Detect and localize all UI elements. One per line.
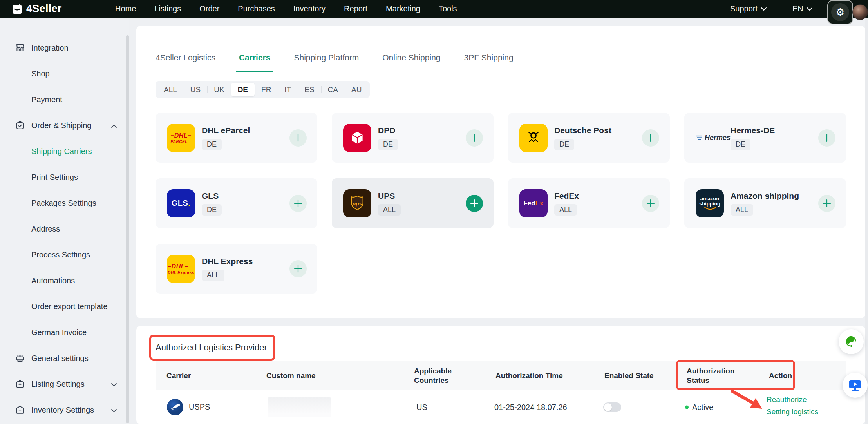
sidebar-item-payment[interactable]: Payment (0, 87, 129, 112)
country-chip-uk[interactable]: UK (207, 83, 231, 96)
nav-item-purchases[interactable]: Purchases (238, 4, 275, 13)
sidebar-item-label: General settings (31, 354, 89, 363)
nav-item-listings[interactable]: Listings (154, 4, 181, 13)
carrier-card-fedex: FedExFedExALL (508, 178, 670, 228)
add-carrier-button[interactable] (818, 195, 835, 212)
chevron-down-icon (111, 406, 117, 415)
add-carrier-button[interactable] (289, 195, 307, 212)
country-chip-ca[interactable]: CA (321, 83, 345, 96)
hermes-logo: Hermes (696, 124, 724, 152)
carrier-card-ups: upsUPSALL (332, 178, 494, 228)
carriers-panel: 4Seller LogisticsCarriersShipping Platfo… (136, 26, 865, 318)
gls-logo: GLS. (167, 189, 195, 217)
country-chip-au[interactable]: AU (345, 83, 368, 96)
nav-item-tools[interactable]: Tools (439, 4, 457, 13)
support-chat-button[interactable] (839, 329, 864, 354)
carrier-grid: –DHL–PARCELDHL eParcelDEDPDDEDeutsche Po… (156, 113, 846, 294)
sidebar-item-shop[interactable]: Shop (0, 61, 129, 87)
country-chip-it[interactable]: IT (278, 83, 298, 96)
sidebar-scrollbar[interactable] (126, 35, 129, 423)
tab-shipping-platform[interactable]: Shipping Platform (294, 53, 359, 72)
amazon-logo: amazonshipping (696, 189, 724, 217)
page-scrollbar[interactable] (865, 18, 868, 424)
sidebar-item-label: Listing Settings (31, 380, 85, 389)
nav-item-marketing[interactable]: Marketing (386, 4, 420, 13)
tab-3pf-shipping[interactable]: 3PF Shipping (464, 53, 514, 72)
plus-icon (294, 134, 302, 142)
sidebar-item-shipping-carriers[interactable]: Shipping Carriers (0, 138, 129, 164)
toggle-knob (604, 403, 612, 411)
add-carrier-button[interactable] (642, 195, 659, 212)
carrier-scope-badge: ALL (202, 270, 224, 281)
carrier-scope-badge: ALL (378, 204, 401, 216)
sidebar-item-process-settings[interactable]: Process Settings (0, 242, 129, 268)
status-label: Active (692, 402, 713, 411)
inventory-box-icon (15, 405, 25, 415)
sidebar-item-integration[interactable]: Integration (0, 35, 129, 61)
deutsche-post-logo (519, 124, 548, 152)
carrier-card-gls: GLS.GLSDE (156, 178, 317, 228)
language-menu[interactable]: EN (792, 0, 812, 18)
sidebar-item-order-shipping[interactable]: Order & Shipping (0, 112, 129, 138)
user-avatar[interactable] (852, 4, 868, 20)
sidebar-item-packages-settings[interactable]: Packages Settings (0, 190, 129, 216)
carrier-name: GLS (202, 191, 222, 201)
nav-item-inventory[interactable]: Inventory (293, 4, 326, 13)
carrier-info: DHL eParcelDE (202, 126, 250, 150)
country-chip-fr[interactable]: FR (255, 83, 278, 96)
brand-logo[interactable]: 4Seller (12, 0, 62, 18)
carrier-name: DHL eParcel (202, 126, 250, 135)
brand-bag-icon (12, 3, 23, 15)
carrier-card-dhl-eparcel: –DHL–PARCELDHL eParcelDE (156, 113, 317, 163)
country-chip-de[interactable]: DE (231, 83, 255, 96)
action-link-setting-logistics[interactable]: Setting logistics (767, 408, 818, 416)
nav-item-report[interactable]: Report (344, 4, 367, 13)
chevron-down-icon (761, 7, 767, 11)
country-chip-es[interactable]: ES (298, 83, 321, 96)
carrier-name: Deutsche Post (554, 126, 611, 135)
sidebar-item-print-settings[interactable]: Print Settings (0, 164, 129, 190)
carrier-scope-badge: DE (202, 204, 222, 216)
svg-text:ups: ups (353, 201, 362, 207)
printer-icon (15, 353, 25, 363)
add-carrier-button[interactable] (642, 129, 659, 147)
support-menu[interactable]: Support (730, 0, 767, 18)
add-carrier-button[interactable] (818, 129, 835, 147)
plus-icon (294, 265, 302, 273)
tab-carriers[interactable]: Carriers (239, 53, 271, 72)
main-nav: HomeListingsOrderPurchasesInventoryRepor… (115, 0, 457, 18)
add-carrier-button[interactable] (466, 195, 483, 212)
nav-item-home[interactable]: Home (115, 4, 136, 13)
carrier-card-dpd: DPDDE (332, 113, 494, 163)
carrier-name: Hermes-DE (731, 126, 775, 135)
sidebar-item-order-export-template[interactable]: Order export template (0, 294, 129, 319)
add-carrier-button[interactable] (289, 260, 307, 277)
sidebar-item-listing-settings[interactable]: Listing Settings (0, 371, 129, 397)
country-chip-us[interactable]: US (184, 83, 207, 96)
action-link-reauthorize[interactable]: Reauthorize (767, 395, 818, 404)
sidebar-item-label: Address (31, 225, 60, 234)
country-filter: ALLUSUKDEFRITESCAAU (156, 81, 370, 98)
settings-button-highlight: ⚙ (827, 0, 853, 24)
add-carrier-button[interactable] (466, 129, 483, 147)
tab-online-shipping[interactable]: Online Shipping (382, 53, 440, 72)
status-dot (685, 405, 689, 409)
chevron-down-icon (807, 7, 812, 11)
country-chip-all[interactable]: ALL (157, 83, 184, 96)
sidebar-item-inventory-settings[interactable]: Inventory Settings (0, 397, 129, 423)
sidebar-item-automations[interactable]: Automations (0, 268, 129, 294)
sidebar-item-german-invoice[interactable]: German Invoice (0, 319, 129, 345)
carrier-name: USPS (189, 402, 210, 411)
enabled-state-toggle[interactable] (603, 402, 621, 412)
sidebar-item-general-settings[interactable]: General settings (0, 345, 129, 371)
carrier-info: UPSALL (378, 191, 401, 216)
add-carrier-button[interactable] (289, 129, 307, 147)
nav-item-order[interactable]: Order (199, 4, 219, 13)
sidebar-item-label: Payment (31, 95, 62, 104)
tab-4seller-logistics[interactable]: 4Seller Logistics (156, 53, 215, 72)
settings-button[interactable]: ⚙ (831, 3, 849, 21)
dhl-express-logo: –DHL–DHL Express (167, 255, 195, 283)
video-tutorial-button[interactable] (843, 373, 868, 398)
sidebar-item-address[interactable]: Address (0, 216, 129, 242)
listing-bag-icon (15, 379, 25, 389)
